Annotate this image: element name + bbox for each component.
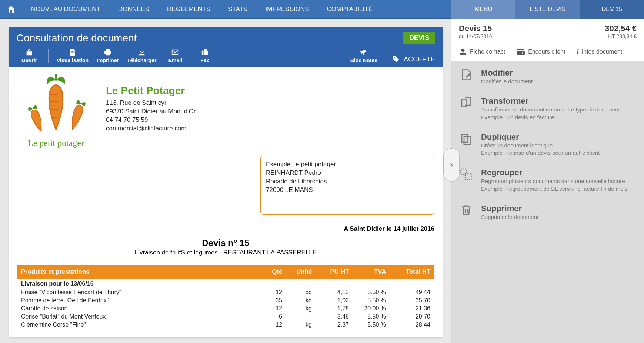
table-cell: 5.50 % (353, 296, 390, 304)
fax-button[interactable]: Fax (192, 47, 218, 63)
table-cell: kg (286, 296, 316, 304)
fiche-contact-label: Fiche contact (470, 49, 505, 55)
accepte-button[interactable]: ACCEPTÉ (392, 55, 435, 63)
col-qte: Qté (260, 265, 286, 279)
action-dupliquer[interactable]: Dupliquer Créer un document identiqueExe… (459, 132, 637, 157)
page-title: Consultation de document (16, 32, 137, 44)
col-tva: TVA (353, 265, 390, 279)
table-section-row: Livraison pour le 13/06/16 (17, 279, 434, 288)
action-supprimer-title: Supprimer (481, 204, 538, 213)
blocnotes-label: Bloc Notes (350, 57, 377, 63)
fax-icon (194, 47, 216, 57)
pdf-icon: PDF (57, 47, 89, 57)
svg-point-3 (394, 57, 395, 58)
table-cell: 35 (260, 296, 286, 304)
client-l3: Rocade de Liberchies (266, 177, 429, 186)
action-modifier[interactable]: Modifier Modifier le document (459, 68, 637, 85)
visualisation-label: Visualisation (57, 57, 89, 63)
table-cell: 12 (260, 288, 286, 296)
table-cell: bq (286, 288, 316, 296)
table-row: Fraise "Vicomtesse Héricart de Thury"12b… (17, 288, 434, 296)
action-supprimer[interactable]: Supprimer Supprimer le document (459, 204, 637, 221)
imprimer-button[interactable]: Imprimer (94, 47, 121, 63)
lines-table: Produits et prestations Qté Unité PU HT … (17, 265, 434, 329)
nav-impressions[interactable]: IMPRESSIONS (257, 0, 318, 19)
action-transformer-desc: Transformer ce document en un autre type… (481, 106, 620, 121)
doc-title: Devis n° 15 (9, 238, 443, 248)
document-card: Consultation de document DEVIS Ouvrir PD… (9, 27, 443, 337)
info-icon: i (577, 47, 579, 57)
encours-client-label: Encours client (528, 49, 565, 55)
toolbar-sep-1 (48, 49, 49, 63)
visualisation-button[interactable]: PDF Visualisation (54, 47, 91, 63)
col-produits: Produits et prestations (17, 265, 260, 279)
table-cell: 20.00 % (353, 304, 390, 313)
right-actions-list: Modifier Modifier le document Transforme… (451, 61, 644, 343)
document-header: Consultation de document DEVIS (9, 27, 443, 44)
client-l2: REINHARDT Pedro (266, 169, 429, 177)
nav-comptabilite[interactable]: COMPTABILITÉ (318, 0, 381, 19)
transform-icon (459, 96, 474, 121)
action-regrouper-title: Regrouper (481, 168, 628, 177)
company-info: Le Petit Potager 113, Rue de Saint cyr 6… (106, 74, 196, 148)
table-cell: kg (286, 304, 316, 313)
infos-document-link[interactable]: i Infos document (577, 47, 623, 57)
right-total: 302,54 € (605, 24, 637, 33)
nav-stats[interactable]: STATS (219, 0, 256, 19)
download-icon (127, 47, 156, 57)
table-cell: - (286, 313, 316, 321)
table-cell: Cerise "Burlat" du Mont Ventoux (17, 313, 260, 321)
blocnotes-button[interactable]: Bloc Notes (348, 47, 380, 63)
printer-icon (97, 47, 119, 57)
nav-reglements[interactable]: RÈGLEMENTS (158, 0, 219, 19)
trash-icon (459, 204, 474, 221)
table-row: Pomme de terre "Oeil de Perdrix"35kg1,02… (17, 296, 434, 304)
fiche-contact-link[interactable]: Fiche contact (459, 48, 505, 56)
duplicate-icon (459, 132, 474, 157)
action-regrouper[interactable]: Regrouper Regrouper plusieurs documents … (459, 168, 637, 193)
fax-label: Fax (194, 57, 216, 63)
wallet-icon (516, 48, 525, 56)
table-cell: 5.50 % (353, 313, 390, 321)
action-dupliquer-title: Dupliquer (481, 132, 600, 142)
table-cell: 2,37 (316, 321, 353, 329)
tab-liste-devis[interactable]: LISTE DEVIS (515, 0, 580, 19)
action-transformer[interactable]: Transformer Transformer ce document en u… (459, 96, 637, 121)
devis-badge[interactable]: DEVIS (403, 32, 435, 44)
table-cell: 1,02 (316, 296, 353, 304)
pin-icon (350, 47, 377, 57)
email-button[interactable]: Email (162, 47, 188, 63)
table-row: Carotte de saison12kg1,7820.00 %21,36 (17, 304, 434, 313)
table-cell: Clémentine Corse "Fine" (17, 321, 260, 329)
action-regrouper-desc: Regrouper plusieurs documents dans une n… (481, 177, 628, 193)
action-modifier-desc: Modifier le document (481, 78, 533, 85)
ouvrir-label: Ouvrir (19, 57, 40, 63)
ouvrir-button[interactable]: Ouvrir (16, 47, 42, 63)
nav-donnees[interactable]: DONNÉES (109, 0, 158, 19)
nav-nouveau-document[interactable]: NOUVEAU DOCUMENT (22, 0, 109, 19)
group-icon (459, 168, 474, 193)
action-modifier-title: Modifier (481, 68, 533, 78)
client-l1: Exemple Le petit potager (266, 160, 429, 169)
table-row: Cerise "Burlat" du Mont Ventoux6-3,455.5… (17, 313, 434, 321)
right-title: Devis 15 (459, 24, 492, 33)
table-cell: 12 (260, 304, 286, 313)
tag-icon (392, 55, 400, 63)
telecharger-button[interactable]: Télécharger (125, 47, 159, 63)
right-date: du 14/07/2016 (459, 33, 492, 39)
document-toolbar: Ouvrir PDF Visualisation Imprimer Téléch… (9, 44, 443, 67)
home-button[interactable] (0, 5, 22, 14)
encours-client-link[interactable]: Encours client (516, 48, 565, 56)
brand-text: Le petit potager (17, 138, 95, 148)
right-tabs: MENU LISTE DEVIS DEV 15 (451, 0, 644, 19)
toolbar-sep-2 (386, 49, 386, 63)
right-header: Devis 15 du 14/07/2016 302,54 € HT 283,8… (451, 19, 644, 43)
accepte-label: ACCEPTÉ (404, 56, 435, 63)
tab-menu[interactable]: MENU (451, 0, 515, 19)
person-icon (459, 48, 467, 56)
document-body: Le petit potager Le Petit Potager 113, R… (9, 67, 443, 223)
table-cell: 4,12 (316, 288, 353, 296)
tab-dev15[interactable]: DEV 15 (580, 0, 644, 19)
action-transformer-title: Transformer (481, 96, 620, 106)
action-supprimer-desc: Supprimer le document (481, 213, 538, 221)
